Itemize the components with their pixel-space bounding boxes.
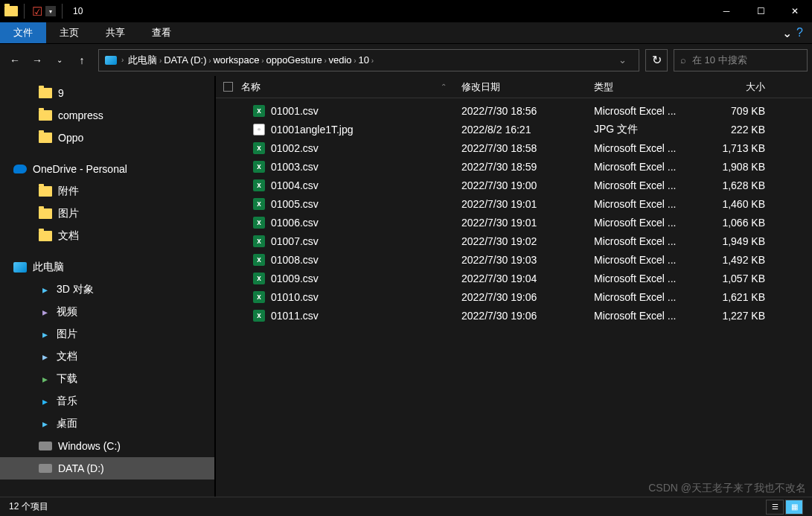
library-icon: ▸ [39,284,51,296]
sidebar-this-pc[interactable]: 此电脑 [0,256,214,278]
file-name: 01004.csv [271,179,319,191]
navigation-pane[interactable]: 9compressOppoOneDrive - Personal附件图片文档此电… [0,76,214,497]
sidebar-pc-item[interactable]: ▸3D 对象 [0,278,214,301]
breadcrumb-segment[interactable]: DATA (D:) [164,54,206,66]
file-size: 1,066 KB [706,217,780,229]
onedrive-icon [13,165,27,173]
select-all-checkbox[interactable] [223,82,233,92]
pc-icon [105,56,117,65]
sidebar-pc-item[interactable]: ▸音乐 [0,390,214,413]
excel-icon: x [253,161,265,173]
back-button[interactable]: ← [4,50,25,71]
folder-icon [39,231,52,241]
qat-dropdown-icon[interactable]: ▾ [45,6,56,16]
tab-file[interactable]: 文件 [0,22,46,43]
file-row[interactable]: x01001.csv2022/7/30 18:56Microsoft Excel… [216,101,812,120]
disk-icon [39,464,52,473]
excel-icon: x [253,235,265,247]
file-size: 222 KB [706,124,780,136]
refresh-button[interactable]: ↻ [645,49,668,71]
file-date: 2022/7/30 18:56 [461,105,594,117]
file-row[interactable]: x01010.csv2022/7/30 19:06Microsoft Excel… [216,287,812,306]
file-size: 1,227 KB [706,310,780,322]
sidebar-pc-item[interactable]: ▸桌面 [0,413,214,435]
file-row[interactable]: x01008.csv2022/7/30 19:03Microsoft Excel… [216,250,812,269]
file-type: Microsoft Excel ... [594,273,706,284]
excel-icon: x [253,217,265,229]
tree-item-label: 音乐 [57,395,77,408]
breadcrumb-segment[interactable]: vedio [329,54,352,66]
sidebar-pc-item[interactable]: ▸下载 [0,368,214,390]
sidebar-onedrive-item[interactable]: 附件 [0,180,214,203]
excel-icon: x [253,105,265,117]
file-row[interactable]: x01005.csv2022/7/30 19:01Microsoft Excel… [216,194,812,213]
properties-icon[interactable]: ☑ [31,4,44,18]
status-bar: 12 个项目 ☰ ▦ [0,497,812,516]
tree-item-label: 下载 [57,372,77,386]
maximize-button[interactable]: ☐ [744,0,778,22]
breadcrumb-segment[interactable]: 10 [358,54,368,66]
sidebar-quick-item[interactable]: compress [0,104,214,127]
minimize-button[interactable]: ─ [709,0,744,22]
file-row[interactable]: x01009.csv2022/7/30 19:04Microsoft Excel… [216,269,812,287]
breadcrumb-segment[interactable]: oppoGesture [266,54,322,66]
file-row[interactable]: x01004.csv2022/7/30 19:00Microsoft Excel… [216,176,812,194]
breadcrumb-dropdown[interactable]: ⌄ [613,54,633,66]
file-row[interactable]: x01003.csv2022/7/30 18:59Microsoft Excel… [216,157,812,176]
help-icon[interactable]: ? [796,26,803,39]
sidebar-quick-item[interactable]: Oppo [0,127,214,149]
excel-icon: x [253,291,265,303]
forward-button[interactable]: → [27,50,48,71]
details-view-button[interactable]: ☰ [766,500,784,515]
sidebar-pc-item[interactable]: DATA (D:) [0,457,214,480]
search-input[interactable]: ⌕ 在 10 中搜索 [674,49,808,71]
column-name[interactable]: 名称⌃ [241,80,461,94]
excel-icon: x [253,254,265,266]
tab-view[interactable]: 查看 [138,22,185,43]
close-button[interactable]: ✕ [778,0,812,22]
file-row[interactable]: x01007.csv2022/7/30 19:02Microsoft Excel… [216,232,812,250]
thumbnails-view-button[interactable]: ▦ [785,500,803,515]
history-dropdown[interactable]: ⌄ [49,50,70,71]
file-name: 01002.csv [271,142,319,154]
breadcrumb-segment[interactable]: 此电脑 [128,54,157,66]
file-type: Microsoft Excel ... [594,291,706,303]
chevron-right-icon[interactable]: › [322,57,329,65]
sidebar-pc-item[interactable]: ▸图片 [0,323,214,345]
up-button[interactable]: ↑ [71,50,92,71]
file-row[interactable]: x01011.csv2022/7/30 19:06Microsoft Excel… [216,306,812,325]
tab-share[interactable]: 共享 [92,22,138,43]
sidebar-pc-item[interactable]: ▸文档 [0,345,214,368]
chevron-right-icon[interactable]: › [121,56,124,64]
tab-home[interactable]: 主页 [46,22,92,43]
ribbon-expand-button[interactable]: ⌄? [773,26,812,40]
file-size: 1,621 KB [706,291,780,303]
file-name: 01006.csv [271,217,319,229]
file-row[interactable]: ▫01001angle1T.jpg2022/8/2 16:21JPG 文件222… [216,120,812,138]
sidebar-onedrive[interactable]: OneDrive - Personal [0,158,214,180]
sidebar-pc-item[interactable]: Windows (C:) [0,435,214,457]
breadcrumb[interactable]: › 此电脑 › DATA (D:) › workspace › oppoGest… [98,49,639,71]
file-size: 1,713 KB [706,142,780,154]
file-name: 01011.csv [271,310,319,322]
file-date: 2022/7/30 19:06 [461,310,594,322]
file-row[interactable]: x01006.csv2022/7/30 19:01Microsoft Excel… [216,213,812,232]
chevron-right-icon[interactable]: › [369,57,374,65]
breadcrumb-segment[interactable]: workspace [213,54,259,66]
folder-icon [39,186,52,197]
file-row[interactable]: x01002.csv2022/7/30 18:58Microsoft Excel… [216,138,812,157]
tree-item-label: 文档 [57,350,77,363]
column-type[interactable]: 类型 [594,80,706,94]
file-name: 01009.csv [271,273,319,284]
library-icon: ▸ [39,418,51,430]
disk-icon [39,442,52,450]
sidebar-pc-item[interactable]: ▸视频 [0,301,214,323]
column-size[interactable]: 大小 [706,80,780,94]
sidebar-onedrive-item[interactable]: 文档 [0,225,214,247]
file-type: Microsoft Excel ... [594,217,706,229]
chevron-right-icon[interactable]: › [157,57,164,65]
column-date[interactable]: 修改日期 [461,80,594,94]
sidebar-onedrive-item[interactable]: 图片 [0,203,214,225]
sidebar-quick-item[interactable]: 9 [0,82,214,104]
tree-item-label: 9 [58,87,64,99]
